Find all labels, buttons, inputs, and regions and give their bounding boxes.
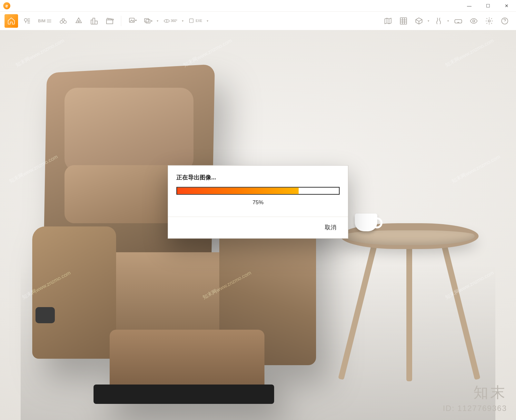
model-id: ID: 1127769363 bbox=[443, 404, 507, 413]
home-icon bbox=[7, 17, 15, 25]
cancel-button[interactable]: 取消 bbox=[322, 221, 340, 233]
home-button[interactable] bbox=[5, 14, 18, 28]
eye-icon bbox=[470, 17, 478, 25]
dialog-title: 正在导出图像... bbox=[176, 173, 340, 181]
svg-point-3 bbox=[78, 20, 79, 22]
viewport[interactable]: 知末网www.znzmo.com 知末网www.znzmo.com 知末网www… bbox=[0, 30, 516, 420]
city-icon bbox=[90, 17, 98, 25]
svg-rect-6 bbox=[146, 19, 150, 23]
svg-rect-9 bbox=[400, 18, 407, 24]
chevron-down-icon[interactable]: ▾ bbox=[207, 19, 209, 23]
pin-icon bbox=[23, 17, 31, 25]
walk-button[interactable] bbox=[432, 14, 445, 28]
gear-icon bbox=[485, 17, 493, 25]
chevron-down-icon[interactable]: ▾ bbox=[157, 19, 159, 23]
export-image-icon bbox=[128, 17, 137, 25]
location-button[interactable] bbox=[20, 14, 34, 28]
window-maximize-button[interactable]: ☐ bbox=[479, 0, 497, 11]
watermark-text: 知末网www.znzmo.com bbox=[444, 37, 495, 69]
export-set-button[interactable] bbox=[141, 14, 155, 28]
coffee-cup bbox=[355, 214, 377, 231]
export-360-button[interactable]: 360° bbox=[161, 14, 180, 28]
bim-lines-icon bbox=[46, 17, 52, 25]
close-icon: ✕ bbox=[505, 3, 509, 8]
settings-button[interactable] bbox=[482, 14, 496, 28]
grid-button[interactable] bbox=[397, 14, 410, 28]
side-table bbox=[342, 201, 477, 381]
export-image-button[interactable] bbox=[126, 14, 139, 28]
clapper-icon bbox=[105, 17, 114, 25]
progress-bar bbox=[176, 187, 340, 195]
panorama-icon bbox=[164, 17, 170, 25]
svg-point-11 bbox=[473, 20, 475, 22]
cube-icon bbox=[415, 17, 423, 25]
chevron-down-icon[interactable]: ▾ bbox=[182, 19, 184, 23]
export-progress-dialog: 正在导出图像... 75% 取消 bbox=[168, 165, 348, 238]
export-exe-button[interactable]: EXE bbox=[186, 14, 205, 28]
export-set-icon bbox=[144, 17, 152, 25]
help-icon bbox=[501, 17, 509, 25]
vr-button[interactable] bbox=[452, 14, 465, 28]
attribution: 知末 ID: 1127769363 bbox=[443, 383, 507, 413]
progress-percent-label: 75% bbox=[176, 199, 340, 205]
cube-button[interactable] bbox=[412, 14, 426, 28]
marker-icon bbox=[74, 17, 83, 25]
walk-icon bbox=[434, 17, 443, 25]
visibility-button[interactable] bbox=[467, 14, 481, 28]
svg-rect-5 bbox=[144, 18, 149, 22]
svg-point-2 bbox=[64, 20, 66, 23]
toolbar-divider bbox=[121, 16, 121, 26]
minimize-icon: — bbox=[467, 3, 471, 8]
window-minimize-button[interactable]: — bbox=[460, 0, 479, 11]
clapper-button[interactable] bbox=[103, 14, 116, 28]
window-controls: — ☐ ✕ bbox=[460, 0, 516, 11]
maximize-icon: ☐ bbox=[486, 3, 490, 8]
bim-label: BIM bbox=[38, 18, 45, 23]
chevron-down-icon[interactable]: ▾ bbox=[447, 19, 450, 23]
title-bar: e — ☐ ✕ bbox=[0, 0, 516, 12]
map-button[interactable] bbox=[381, 14, 395, 28]
window-close-button[interactable]: ✕ bbox=[497, 0, 516, 11]
svg-point-12 bbox=[488, 20, 491, 22]
grid-icon bbox=[399, 17, 408, 25]
app-logo-icon: e bbox=[3, 2, 10, 9]
brand-text: 知末 bbox=[443, 383, 507, 403]
progress-bar-fill bbox=[177, 187, 299, 194]
export-360-label: 360° bbox=[171, 19, 177, 23]
svg-rect-10 bbox=[455, 19, 462, 23]
buildings-button[interactable] bbox=[87, 14, 101, 28]
binoculars-button[interactable] bbox=[56, 14, 70, 28]
marker-button[interactable] bbox=[72, 14, 85, 28]
bim-button[interactable]: BIM bbox=[35, 14, 55, 28]
vr-icon bbox=[454, 17, 462, 25]
exe-icon bbox=[189, 17, 195, 25]
watermark-text: 知末网www.znzmo.com bbox=[451, 154, 501, 185]
svg-point-0 bbox=[24, 18, 27, 21]
svg-point-1 bbox=[60, 20, 63, 23]
app-logo-letter: e bbox=[5, 3, 8, 8]
dialog-actions: 取消 bbox=[168, 216, 348, 238]
main-toolbar: BIM ▾ 360° ▾ EXE ▾ ▾ ▾ bbox=[0, 12, 516, 30]
chevron-down-icon[interactable]: ▾ bbox=[428, 19, 430, 23]
export-exe-label: EXE bbox=[196, 19, 202, 23]
map-icon bbox=[384, 17, 392, 25]
binoculars-icon bbox=[59, 17, 67, 25]
svg-rect-8 bbox=[189, 19, 193, 23]
help-button[interactable] bbox=[498, 14, 511, 28]
